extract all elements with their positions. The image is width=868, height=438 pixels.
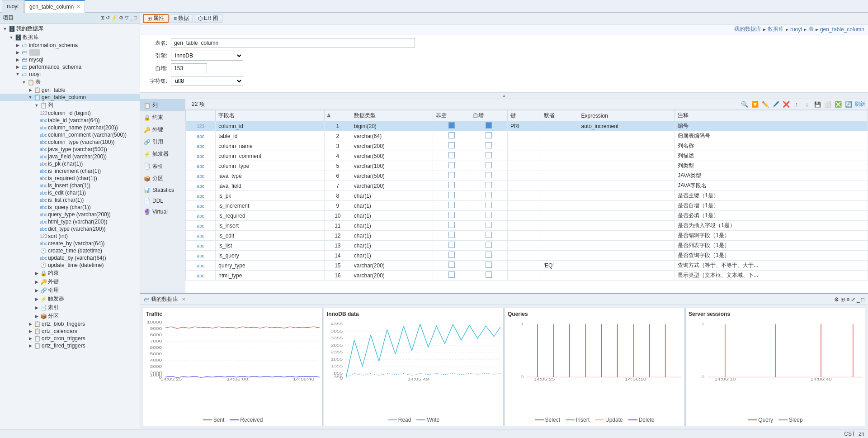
tree-mysql[interactable]: ▶ 🗃 mysql bbox=[0, 56, 140, 63]
row-notnull-checkbox[interactable] bbox=[448, 202, 455, 208]
engine-select[interactable]: InnoDB bbox=[171, 51, 243, 61]
cancel-action-icon[interactable]: ❎ bbox=[834, 100, 843, 109]
table-row[interactable]: abc table_id 2 varchar(64) 归属表编码号 bbox=[186, 131, 868, 141]
row-notnull-checkbox[interactable] bbox=[448, 232, 455, 238]
tree-ruoyi[interactable]: ▼ 🗃 ruoyi bbox=[0, 71, 140, 78]
table-row[interactable]: abc query_type 15 varchar(200) 'EQ' 查询方式… bbox=[186, 261, 868, 271]
row-notnull-checkbox[interactable] bbox=[448, 182, 455, 188]
dashboard-grid-icon[interactable]: ⊞ bbox=[840, 296, 845, 303]
tree-tables[interactable]: ▼ 📋 表 bbox=[0, 78, 140, 86]
charset-select[interactable]: utf8 bbox=[171, 76, 243, 86]
sidebar-filter-icon[interactable]: ▽ bbox=[125, 15, 128, 21]
dashboard-settings-icon[interactable]: ⚙ bbox=[834, 296, 839, 303]
tree-col-dict-type[interactable]: abc dict_type (varchar(200)) bbox=[0, 225, 140, 233]
tree-blurred[interactable]: ▶ 🗃 •••••• bbox=[0, 49, 140, 56]
tree-perf-schema[interactable]: ▶ 🗃 performance_schema bbox=[0, 63, 140, 71]
row-autoinc-checkbox[interactable] bbox=[486, 271, 492, 278]
row-autoinc-checkbox[interactable] bbox=[486, 252, 492, 258]
row-notnull-checkbox[interactable] bbox=[448, 262, 455, 268]
row-notnull-checkbox[interactable] bbox=[448, 122, 455, 129]
breadcrumb-tables[interactable]: 表 bbox=[808, 25, 814, 33]
row-autoinc-checkbox[interactable] bbox=[486, 172, 492, 178]
refresh-action-icon[interactable]: 🔄 bbox=[844, 100, 853, 109]
row-notnull-checkbox[interactable] bbox=[448, 252, 455, 258]
tree-columns-node[interactable]: ▼ 📋 列 bbox=[0, 101, 140, 110]
row-autoinc-checkbox[interactable] bbox=[486, 152, 492, 158]
table-row[interactable]: abc is_edit 12 char(1) 是否编辑字段（1是） bbox=[186, 231, 868, 241]
tree-mydb[interactable]: ▼ 🗄️ 我的数据库 bbox=[0, 24, 140, 33]
section-ddl[interactable]: 📄 DDL bbox=[140, 195, 185, 206]
dashboard-max-icon[interactable]: □ bbox=[861, 296, 864, 303]
row-autoinc-checkbox[interactable] bbox=[486, 212, 492, 218]
search-action-icon[interactable]: 🔍 bbox=[740, 100, 749, 109]
row-notnull-checkbox[interactable] bbox=[448, 162, 455, 168]
row-notnull-checkbox[interactable] bbox=[448, 242, 455, 248]
save-action-icon[interactable]: 💾 bbox=[813, 100, 822, 109]
tree-col-sort[interactable]: 123 sort (int) bbox=[0, 233, 140, 240]
tree-info-schema[interactable]: ▶ 🗃 information_schema bbox=[0, 42, 140, 49]
tree-gen-table-column[interactable]: ▼ 📋 gen_table_column bbox=[0, 94, 140, 101]
tree-qrtz-fired[interactable]: ▶ 📋 qrtz_fired_triggers bbox=[0, 342, 140, 349]
row-notnull-checkbox[interactable] bbox=[448, 222, 455, 228]
up-action-icon[interactable]: ↑ bbox=[792, 100, 801, 109]
tree-col-is-edit[interactable]: abc is_edit (char(1)) bbox=[0, 189, 140, 196]
dashboard-list-icon[interactable]: ≡ bbox=[846, 296, 849, 303]
section-indexes[interactable]: 📑 索引 bbox=[140, 160, 185, 172]
tree-col-update-time[interactable]: 🕐 update_time (datetime) bbox=[0, 262, 140, 269]
tree-gen-table[interactable]: ▶ 📋 gen_table bbox=[0, 86, 140, 94]
add-action-icon[interactable]: 🖊️ bbox=[771, 100, 780, 109]
table-row[interactable]: abc java_type 6 varchar(500) JAVA类型 bbox=[186, 171, 868, 181]
tree-col-column-id[interactable]: 123 column_id (bigint) bbox=[0, 110, 140, 117]
table-row[interactable]: abc is_list 13 char(1) 是否列表字段（1是） bbox=[186, 241, 868, 251]
row-autoinc-checkbox[interactable] bbox=[486, 202, 492, 208]
tree-col-table-id[interactable]: abc table_id (varchar(64)) bbox=[0, 117, 140, 124]
tree-indexes-node[interactable]: ▶ 📑 索引 bbox=[0, 303, 140, 312]
copy-action-icon[interactable]: ⬜ bbox=[823, 100, 832, 109]
table-row[interactable]: abc is_pk 8 char(1) 是否主键（1是） bbox=[186, 191, 868, 201]
tree-partitions-node[interactable]: ▶ 📦 分区 bbox=[0, 312, 140, 320]
row-notnull-checkbox[interactable] bbox=[448, 271, 455, 278]
tree-col-java-field[interactable]: abc java_field (varchar(200)) bbox=[0, 153, 140, 160]
tree-databases[interactable]: ▼ 🗄️ 数据库 bbox=[0, 33, 140, 42]
tree-col-column-name[interactable]: abc column_name (varchar(200)) bbox=[0, 124, 140, 131]
filter-action-icon[interactable]: 🔽 bbox=[750, 100, 760, 109]
sidebar-collapse-icon[interactable]: ⊞ bbox=[100, 15, 104, 21]
breadcrumb-mydb[interactable]: 我的数据库 bbox=[734, 25, 761, 33]
row-notnull-checkbox[interactable] bbox=[448, 212, 455, 218]
section-statistics[interactable]: 📊 Statistics bbox=[140, 185, 185, 195]
dashboard-expand-icon[interactable]: ⤢ bbox=[851, 296, 855, 303]
er-btn[interactable]: ⬡ ER 图 bbox=[194, 14, 222, 23]
tree-col-is-query[interactable]: abc is_query (char(1)) bbox=[0, 204, 140, 211]
tree-col-column-type[interactable]: abc column_type (varchar(100)) bbox=[0, 138, 140, 146]
sidebar-connect-icon[interactable]: ⚡ bbox=[111, 15, 118, 21]
section-triggers[interactable]: ⚡ 触发器 bbox=[140, 148, 185, 160]
dashboard-min-icon[interactable]: _ bbox=[857, 296, 860, 303]
tree-foreign-keys-node[interactable]: ▶ 🔑 外键 bbox=[0, 277, 140, 286]
table-row[interactable]: abc column_name 3 varchar(200) 列名称 bbox=[186, 141, 868, 151]
breadcrumb-gen-table-column[interactable]: gen_table_column bbox=[820, 26, 864, 33]
row-autoinc-checkbox[interactable] bbox=[486, 232, 492, 238]
row-autoinc-checkbox[interactable] bbox=[486, 242, 492, 248]
table-row[interactable]: abc is_insert 11 char(1) 是否为插入字段（1是） bbox=[186, 221, 868, 231]
table-row[interactable]: 123 column_id 1 bigint(20) PRI auto_incr… bbox=[186, 121, 868, 131]
row-autoinc-checkbox[interactable] bbox=[486, 222, 492, 228]
row-autoinc-checkbox[interactable] bbox=[486, 262, 492, 268]
table-row[interactable]: abc is_query 14 char(1) 是否查询字段（1是） bbox=[186, 251, 868, 261]
row-notnull-checkbox[interactable] bbox=[448, 152, 455, 158]
table-row[interactable]: abc column_comment 4 varchar(500) 列描述 bbox=[186, 151, 868, 161]
table-row[interactable]: abc is_required 10 char(1) 是否必填（1是） bbox=[186, 211, 868, 221]
tree-references-node[interactable]: ▶ 🔗 引用 bbox=[0, 286, 140, 295]
table-name-input[interactable] bbox=[171, 38, 415, 48]
tree-col-create-time[interactable]: 🕐 create_time (datetime) bbox=[0, 247, 140, 254]
tree-qrtz-blob[interactable]: ▶ 📋 qrtz_blob_triggers bbox=[0, 320, 140, 328]
delete-action-icon[interactable]: ❌ bbox=[782, 100, 791, 109]
section-columns[interactable]: 📋 列 bbox=[140, 99, 185, 111]
section-virtual[interactable]: 🔮 Virtual bbox=[140, 206, 185, 217]
tab-gen-table-column[interactable]: gen_table_column ✕ bbox=[24, 0, 85, 13]
row-autoinc-checkbox[interactable] bbox=[486, 132, 492, 138]
edit-action-icon[interactable]: ✏️ bbox=[761, 100, 770, 109]
section-partitions[interactable]: 📦 分区 bbox=[140, 172, 185, 185]
table-row[interactable]: abc is_increment 9 char(1) 是否自增（1是） bbox=[186, 201, 868, 211]
row-autoinc-checkbox[interactable] bbox=[486, 192, 492, 198]
tree-qrtz-cals[interactable]: ▶ 📋 qrtz_calendars bbox=[0, 328, 140, 335]
